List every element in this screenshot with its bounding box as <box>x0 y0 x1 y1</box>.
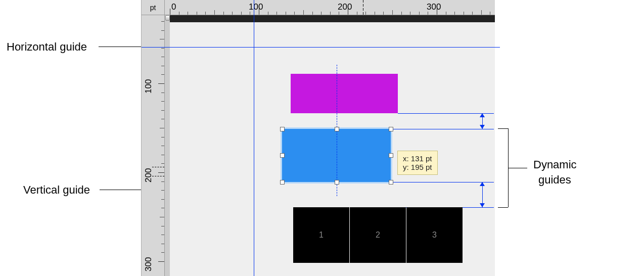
canvas-area[interactable]: x: 131 pt y: 195 pt 1 2 3 <box>170 15 495 276</box>
dynamic-guide-line-top <box>391 129 494 129</box>
ruler-h-tick-2: 200 <box>338 2 352 12</box>
tooltip-x-label: x: 131 pt <box>403 154 432 163</box>
black-cell-3[interactable]: 3 <box>406 207 463 263</box>
selection-handle[interactable] <box>389 153 393 158</box>
annotation-horizontal-guide: Horizontal guide <box>7 40 87 54</box>
black-cell-1[interactable]: 1 <box>293 207 349 263</box>
cell-label: 1 <box>319 231 324 240</box>
arrowhead-up-icon <box>480 182 485 186</box>
vertical-scroll-thumb[interactable] <box>165 15 170 21</box>
horizontal-ruler[interactable]: 0 100 200 300 <box>165 0 495 15</box>
position-tooltip: x: 131 pt y: 195 pt <box>397 151 438 175</box>
annotation-dynamic-line2: guides <box>538 173 571 187</box>
vertical-ruler[interactable]: 100 200 300 <box>142 15 165 276</box>
canvas-top-dark-strip <box>170 15 495 22</box>
ruler-v-tick-1: 200 <box>144 168 154 182</box>
tooltip-y-label: y: 195 pt <box>403 163 432 171</box>
selection-handle[interactable] <box>335 127 339 131</box>
horizontal-guide-line[interactable] <box>142 47 500 48</box>
selection-handle[interactable] <box>389 180 393 185</box>
ruler-corner[interactable]: pt <box>142 0 165 15</box>
annotation-vertical-guide: Vertical guide <box>23 183 90 197</box>
black-cell-2[interactable]: 2 <box>350 207 406 263</box>
ruler-h-tick-1: 100 <box>249 2 263 12</box>
ruler-h-position-marker <box>363 0 366 15</box>
bracket-bottom <box>498 207 508 208</box>
vertical-guide-line[interactable] <box>254 0 254 276</box>
ruler-v-marker-bottom <box>152 176 164 176</box>
arrowhead-down-icon <box>480 203 485 207</box>
ruler-unit-label: pt <box>150 4 156 12</box>
selection-handle[interactable] <box>280 153 285 158</box>
ruler-h-tick-3: 300 <box>427 2 441 12</box>
selection-handle[interactable] <box>335 180 339 185</box>
arrowhead-up-icon <box>480 113 485 117</box>
cell-label: 2 <box>376 231 380 240</box>
cell-label: 3 <box>432 231 437 240</box>
leader-line-hguide <box>99 47 141 47</box>
design-editor: pt 0 100 200 300 100 200 300 <box>141 0 495 276</box>
annotation-dynamic-line1: Dynamic <box>533 158 577 171</box>
ruler-v-tick-0: 100 <box>144 79 154 94</box>
vertical-scrollbar-track[interactable] <box>165 15 170 276</box>
ruler-h-tick-0: 0 <box>171 2 176 12</box>
bracket-leader <box>508 168 527 168</box>
bracket-top <box>498 128 508 129</box>
ruler-v-tick-2: 300 <box>144 257 154 271</box>
purple-rectangle-shape[interactable] <box>291 74 398 113</box>
ruler-v-marker-top <box>152 167 164 167</box>
selection-handle[interactable] <box>280 180 285 185</box>
arrowhead-down-icon <box>480 125 485 129</box>
selection-handle[interactable] <box>389 127 393 131</box>
dynamic-guide-line-bottom <box>391 182 494 182</box>
selection-handle[interactable] <box>280 127 285 131</box>
black-rectangle-group[interactable]: 1 2 3 <box>293 207 463 263</box>
